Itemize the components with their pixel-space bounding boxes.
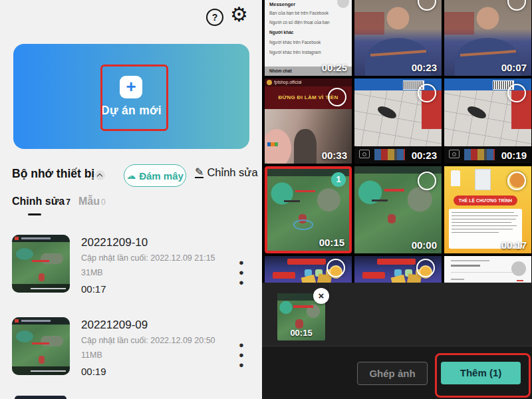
project-row[interactable]: 20221209-09 Cập nhật lần cuối: 2022.12.0…: [12, 317, 251, 384]
media-cell[interactable]: [265, 256, 352, 283]
selection-circle-icon[interactable]: [507, 0, 526, 11]
media-cell[interactable]: [444, 256, 531, 283]
new-project-label[interactable]: Dự án mới: [13, 104, 249, 118]
project-title: 20221209-10: [81, 236, 148, 249]
duration-label: 00:19: [501, 150, 527, 161]
project-more-menu[interactable]: ● ● ●: [239, 257, 251, 287]
duration-label: 00:23: [412, 150, 437, 161]
media-cell[interactable]: 00:07: [444, 0, 531, 76]
selection-circle-icon[interactable]: [327, 259, 345, 277]
project-size: 31MB: [81, 268, 103, 277]
collapse-chevron-up-icon[interactable]: [95, 170, 105, 180]
selection-count-badge[interactable]: 1: [331, 172, 346, 187]
project-thumbnail[interactable]: [12, 317, 70, 375]
duration-label: 00:15: [277, 328, 325, 338]
slider-knob: [511, 261, 526, 276]
camera-icon: [449, 150, 460, 158]
settings-gear-icon[interactable]: ⚙: [230, 2, 248, 27]
channel-name: fptshop.official: [274, 80, 301, 84]
project-size: 11MB: [81, 350, 102, 360]
project-title: 20221209-09: [81, 319, 148, 332]
messenger-line: Người khác: [269, 30, 293, 35]
projects-panel: ? ⚙ + Dự án mới Bộ nhớ thiết bị ☁↑ Đám m…: [0, 0, 262, 399]
pencil-icon: ✎: [195, 167, 203, 178]
duration-label: 00:33: [322, 150, 347, 161]
media-cell-selected[interactable]: 1 00:15: [265, 166, 352, 253]
selection-circle-icon[interactable]: [418, 84, 436, 102]
remove-selected-close-icon[interactable]: ×: [313, 288, 329, 304]
project-updated: Cập nhật lần cuối: 2022.12.09 20:50: [81, 336, 215, 345]
filmstrip: [464, 149, 495, 160]
storage-section-title: Bộ nhớ thiết bị: [12, 167, 94, 181]
cloud-button[interactable]: ☁↑ Đám mây: [124, 164, 186, 187]
tab-template[interactable]: Mẫu0: [78, 196, 106, 207]
selection-circle-icon[interactable]: [328, 88, 346, 106]
project-updated: Cập nhật lần cuối: 2022.12.09 21:15: [81, 253, 215, 263]
messenger-line: Người khác trên Facebook: [269, 40, 321, 45]
collage-button[interactable]: Ghép ảnh: [357, 362, 428, 385]
duration-label: 00:25: [322, 62, 347, 73]
selection-circle-icon[interactable]: [418, 0, 436, 11]
media-cell[interactable]: Messenger Bạn của bạn bè trên Facebook N…: [265, 0, 352, 76]
cloud-button-label: Đám mây: [139, 170, 184, 182]
selection-circle-icon[interactable]: [416, 259, 435, 277]
selection-circle-icon[interactable]: [507, 172, 526, 190]
tab-template-count: 0: [101, 198, 106, 207]
project-more-menu[interactable]: ● ● ●: [239, 340, 251, 370]
messenger-line: Messenger: [269, 1, 295, 7]
duration-label: 00:15: [319, 237, 344, 248]
media-cell[interactable]: 00:19: [444, 78, 531, 164]
media-cell[interactable]: [354, 256, 442, 283]
duration-label: 00:00: [412, 239, 437, 251]
edit-button[interactable]: ✎ Chỉnh sửa: [195, 166, 258, 179]
add-button[interactable]: Thêm (1): [441, 362, 521, 384]
media-cell[interactable]: 00:23: [354, 78, 442, 164]
camera-icon: [359, 150, 370, 158]
media-cell[interactable]: 00:23: [354, 0, 442, 76]
help-icon[interactable]: ?: [206, 9, 223, 26]
project-thumbnail[interactable]: [12, 235, 70, 293]
edit-button-label: Chỉnh sửa: [207, 166, 257, 179]
cloud-upload-icon: ☁↑: [126, 171, 136, 180]
messenger-line: Bạn của bạn bè trên Facebook: [269, 11, 329, 15]
tab-edit-count: 7: [66, 198, 70, 207]
project-thumbnail-partial: [15, 396, 66, 399]
channel-avatar: [267, 80, 272, 85]
tab-edit[interactable]: Chỉnh sửa7: [12, 196, 70, 207]
filmstrip: [374, 149, 405, 160]
promo-button-label: THỂ LỆ CHƯƠNG TRÌNH: [454, 196, 517, 205]
selection-circle-icon[interactable]: [418, 172, 436, 190]
duration-label: 00:07: [501, 62, 527, 73]
messenger-line: Người có số điện thoại của bạn: [269, 20, 330, 25]
selection-circle-icon[interactable]: [337, 0, 349, 8]
media-cell[interactable]: THỂ LỆ CHƯƠNG TRÌNH 00:17: [444, 166, 531, 253]
project-row[interactable]: 20221209-10 Cập nhật lần cuối: 2022.12.0…: [12, 235, 251, 301]
duration-label: 00:17: [501, 239, 527, 251]
active-tab-underline: [28, 213, 41, 215]
media-cell[interactable]: 00:00: [354, 166, 442, 253]
plus-icon[interactable]: +: [120, 76, 142, 98]
duration-label: 00:23: [412, 62, 437, 73]
project-duration: 00:17: [81, 283, 106, 295]
project-duration: 00:19: [81, 366, 106, 377]
selection-circle-icon[interactable]: [507, 84, 526, 102]
tv-logo: [267, 142, 278, 146]
messenger-line: Người khác trên Instagram: [269, 50, 321, 55]
media-cell[interactable]: fptshop.official ĐỪNG ĐI LÀM VÌ TIỀN 00:…: [265, 78, 352, 164]
